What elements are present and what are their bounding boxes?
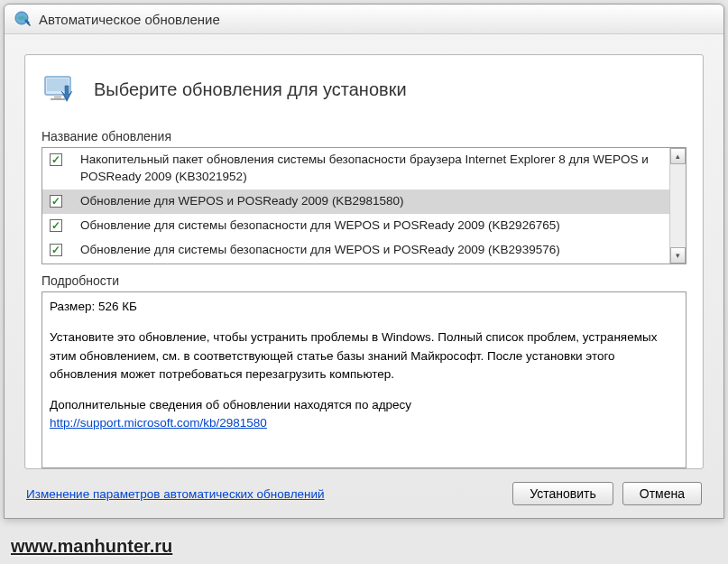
scrollbar[interactable]: ▴ ▾: [669, 148, 686, 264]
updates-listbox: Накопительный пакет обновления системы б…: [41, 147, 687, 264]
update-checkbox[interactable]: [50, 153, 62, 166]
window-title: Автоматическое обновление: [39, 12, 220, 27]
details-size: Размер: 526 КБ: [50, 298, 678, 316]
footer-row: Изменение параметров автоматических обно…: [5, 469, 723, 518]
updates-list-label: Название обновления: [41, 129, 687, 143]
scroll-down-button[interactable]: ▾: [670, 247, 686, 264]
content-area: Выберите обновления для установки Назван…: [5, 34, 723, 469]
update-checkbox[interactable]: [50, 195, 62, 208]
details-kb-link[interactable]: http://support.microsoft.com/kb/2981580: [50, 416, 267, 430]
update-globe-icon: [14, 10, 32, 28]
scroll-track[interactable]: [670, 164, 686, 247]
update-title: Обновление для WEPOS и POSReady 2009 (KB…: [80, 193, 662, 210]
update-title: Накопительный пакет обновления системы б…: [80, 152, 662, 186]
updates-list[interactable]: Накопительный пакет обновления системы б…: [42, 148, 669, 264]
watermark-text: www.manhunter.ru: [11, 536, 172, 557]
cancel-button[interactable]: Отмена: [622, 482, 702, 505]
details-description: Установите это обновление, чтобы устрани…: [50, 328, 678, 384]
titlebar[interactable]: Автоматическое обновление: [5, 5, 723, 34]
download-monitor-icon: [41, 71, 78, 107]
install-button[interactable]: Установить: [512, 482, 613, 505]
update-row[interactable]: Накопительный пакет обновления системы б…: [42, 148, 669, 190]
page-title: Выберите обновления для установки: [94, 79, 407, 100]
details-box: Размер: 526 КБ Установите это обновление…: [41, 291, 687, 468]
header-row: Выберите обновления для установки: [41, 71, 687, 107]
details-moreinfo: Дополнительные сведения об обновлении на…: [50, 398, 411, 411]
update-row[interactable]: Обновление для системы безопасности для …: [42, 214, 669, 238]
update-checkbox[interactable]: [50, 244, 62, 256]
update-row[interactable]: Обновление для системы безопасности для …: [42, 238, 669, 263]
update-dialog-window: Автоматическое обновление Выберите обнов…: [4, 4, 724, 519]
update-checkbox[interactable]: [50, 219, 62, 232]
details-label: Подробности: [41, 273, 687, 288]
scroll-up-button[interactable]: ▴: [670, 148, 686, 164]
svg-rect-4: [51, 98, 65, 100]
change-settings-link[interactable]: Изменение параметров автоматических обно…: [26, 487, 325, 501]
update-title: Обновление для системы безопасности для …: [80, 217, 662, 235]
update-title: Обновление для системы безопасности для …: [80, 242, 662, 259]
update-row[interactable]: Обновление для WEPOS и POSReady 2009 (KB…: [42, 190, 669, 214]
svg-rect-3: [54, 95, 61, 98]
inner-panel: Выберите обновления для установки Назван…: [24, 54, 704, 469]
